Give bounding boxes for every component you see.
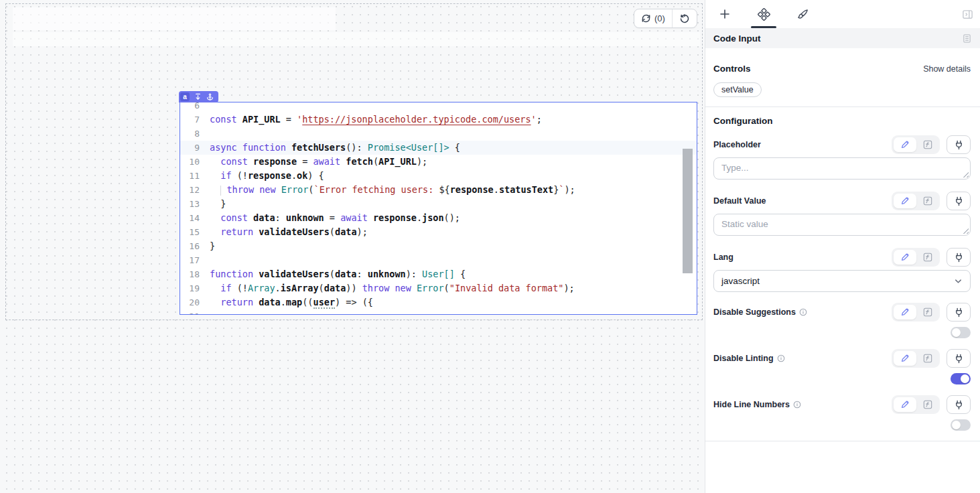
pencil-icon[interactable] <box>894 137 916 152</box>
code-text: const API_URL = 'https://jsonplaceholder… <box>206 113 542 127</box>
line-number: 18 <box>180 267 206 281</box>
code-line[interactable]: 12 throw new Error(`Error fetching users… <box>180 183 697 197</box>
lang-select[interactable]: javascript <box>713 270 971 292</box>
pencil-icon[interactable] <box>894 397 916 412</box>
pencil-icon[interactable] <box>894 305 916 320</box>
line-number: 12 <box>180 183 206 197</box>
code-line[interactable]: 11 if (!response.ok) { <box>180 169 697 183</box>
code-line[interactable]: 10 const response = await fetch(API_URL)… <box>180 155 697 169</box>
empty-row-placeholder-2 <box>13 32 700 46</box>
code-line[interactable]: 7const API_URL = 'https://jsonplaceholde… <box>180 113 697 127</box>
code-line[interactable]: 18function validateUsers(data: unknown):… <box>180 267 697 281</box>
default-value-input[interactable] <box>713 214 971 236</box>
code-text: if (!Array.isArray(data)) throw new Erro… <box>206 281 575 295</box>
anchor-icon[interactable] <box>206 93 214 100</box>
lang-select-value: javascript <box>721 276 760 286</box>
pencil-icon[interactable] <box>894 250 916 265</box>
line-number: 17 <box>180 253 206 267</box>
show-details-link[interactable]: Show details <box>923 64 971 74</box>
prop-disable-suggestions: Disable Suggestions <box>713 303 971 338</box>
function-icon[interactable] <box>918 397 938 412</box>
empty-row-placeholder <box>13 7 336 30</box>
plug-icon[interactable] <box>947 248 971 267</box>
line-number: 9 <box>180 141 206 155</box>
info-icon[interactable] <box>777 354 785 362</box>
pencil-icon[interactable] <box>894 194 916 208</box>
info-icon[interactable] <box>793 401 801 409</box>
docs-icon[interactable] <box>962 33 972 44</box>
editor-mode-segment <box>892 135 940 154</box>
code-line[interactable]: 20 return data.map((user) => ({ <box>180 295 697 309</box>
prop-default-value: Default Value <box>713 192 971 236</box>
code-text: async function fetchUsers(): Promise<Use… <box>206 141 460 155</box>
placeholder-input[interactable] <box>713 157 971 180</box>
line-number: 13 <box>180 197 206 211</box>
plug-icon[interactable] <box>947 349 971 368</box>
prop-lang: Lang <box>713 248 971 292</box>
component-id-badge: a <box>180 92 190 101</box>
info-icon[interactable] <box>799 308 807 316</box>
code-text: if (!response.ok) { <box>206 169 324 183</box>
code-line[interactable]: 8 <box>180 127 697 141</box>
code-line[interactable]: 9async function fetchUsers(): Promise<Us… <box>180 141 697 155</box>
code-line[interactable]: 14 const data: unknown = await response.… <box>180 211 697 225</box>
setvalue-chip[interactable]: setValue <box>713 82 762 97</box>
section-divider <box>705 107 980 107</box>
function-icon[interactable] <box>918 305 938 320</box>
disable-linting-toggle[interactable] <box>951 373 971 384</box>
code-input-component[interactable]: 67const API_URL = 'https://jsonplacehold… <box>180 102 697 315</box>
code-line[interactable]: 6 <box>180 102 697 113</box>
bottom-divider <box>705 441 980 441</box>
pencil-icon[interactable] <box>894 351 916 366</box>
controls-section-title: Controls <box>713 64 751 74</box>
code-line[interactable]: 15 return validateUsers(data); <box>180 225 697 239</box>
function-icon[interactable] <box>918 351 938 366</box>
code-lines: 67const API_URL = 'https://jsonplacehold… <box>180 102 697 315</box>
line-number: 16 <box>180 239 206 253</box>
code-text: } <box>206 239 215 253</box>
code-text <box>206 253 210 267</box>
disable-suggestions-toggle[interactable] <box>951 327 971 338</box>
tab-add-component[interactable] <box>705 0 744 28</box>
plug-icon[interactable] <box>947 395 971 414</box>
code-line[interactable]: 19 if (!Array.isArray(data)) throw new E… <box>180 281 697 295</box>
code-line[interactable]: 13 } <box>180 197 697 211</box>
chevron-down-icon <box>954 277 963 285</box>
code-text <box>206 309 210 315</box>
plug-icon[interactable] <box>947 192 971 210</box>
collapse-panel-button[interactable] <box>962 0 973 28</box>
function-icon[interactable] <box>918 250 938 265</box>
plug-icon[interactable] <box>947 135 971 154</box>
line-number: 8 <box>180 127 206 141</box>
tab-styling[interactable] <box>783 0 822 28</box>
tab-component-settings[interactable] <box>744 0 783 28</box>
line-number: 11 <box>180 169 206 183</box>
code-line[interactable]: 16} <box>180 239 697 253</box>
function-icon[interactable] <box>918 194 938 208</box>
editor-mode-segment <box>892 395 940 414</box>
code-line[interactable]: 17 <box>180 253 697 267</box>
expand-down-icon[interactable] <box>194 93 202 100</box>
prop-label: Lang <box>713 253 733 262</box>
run-count: (0) <box>654 13 665 23</box>
hide-line-numbers-toggle[interactable] <box>951 419 971 431</box>
styling-icon <box>796 8 809 21</box>
line-number: 7 <box>180 113 206 127</box>
canvas[interactable]: (0) a <box>0 0 705 493</box>
refresh-button[interactable]: (0) <box>634 9 672 27</box>
code-text: return validateUsers(data); <box>206 225 368 239</box>
history-button[interactable] <box>672 9 697 27</box>
editor-mode-segment <box>892 303 940 322</box>
function-icon[interactable] <box>918 137 938 152</box>
editor-scrollbar[interactable] <box>683 149 693 273</box>
line-number: 14 <box>180 211 206 225</box>
panel-collapse-icon <box>962 9 973 20</box>
prop-label: Placeholder <box>713 140 761 149</box>
prop-label: Hide Line Numbers <box>713 400 790 409</box>
plug-icon[interactable] <box>947 303 971 322</box>
component-tag[interactable]: a <box>179 91 218 102</box>
code-text: const data: unknown = await response.jso… <box>206 211 460 225</box>
code-line[interactable]: 21 <box>180 309 697 315</box>
editor-mode-segment <box>892 349 940 368</box>
line-number: 19 <box>180 281 206 295</box>
